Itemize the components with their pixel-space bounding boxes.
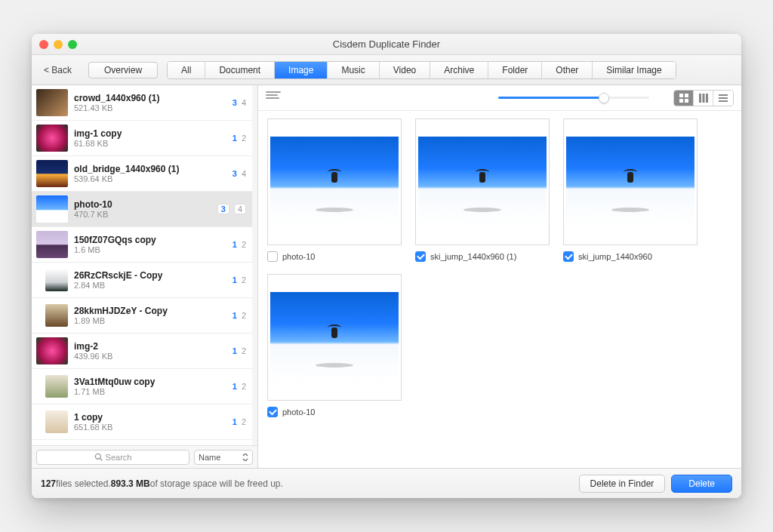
main-toolbar: < Back Overview AllDocumentImageMusicVid…: [32, 55, 741, 85]
tab-folder[interactable]: Folder: [488, 62, 542, 78]
chevron-updown-icon: [242, 454, 248, 461]
tab-image[interactable]: Image: [275, 62, 328, 78]
file-size: 651.68 KB: [74, 423, 233, 432]
gallery-card[interactable]: photo-10: [267, 274, 402, 417]
close-icon[interactable]: [39, 40, 48, 49]
gallery-scroll[interactable]: photo-10ski_jump_1440x960 (1)ski_jump_14…: [258, 111, 741, 468]
zoom-slider[interactable]: [498, 92, 649, 104]
tab-video[interactable]: Video: [380, 62, 430, 78]
list-item[interactable]: old_bridge_1440x960 (1)539.64 KB34: [32, 156, 252, 192]
file-size: 1.89 MB: [74, 316, 233, 325]
selected-count: 1: [233, 382, 237, 391]
sidebar: crowd_1440x960 (1)521.43 KB34img-1 copy6…: [32, 85, 258, 468]
thumbnail: [36, 195, 68, 223]
tab-other[interactable]: Other: [542, 62, 593, 78]
select-checkbox[interactable]: [267, 251, 278, 262]
file-size: 1.6 MB: [74, 245, 233, 254]
select-checkbox[interactable]: [415, 251, 426, 262]
scrollbar[interactable]: [252, 85, 257, 445]
gallery-card[interactable]: ski_jump_1440x960: [563, 118, 698, 262]
file-name: photo-10: [74, 199, 217, 210]
file-size: 61.68 KB: [74, 139, 233, 148]
dup-counts: 12: [233, 382, 246, 391]
file-name: 3Va1tMtq0uw copy: [74, 377, 233, 387]
svg-rect-5: [685, 99, 688, 103]
svg-rect-10: [719, 97, 728, 99]
svg-rect-3: [685, 94, 688, 97]
file-name: 1 copy: [74, 412, 233, 423]
file-meta: 28kkmHJDZeY - Copy1.89 MB: [74, 306, 233, 325]
sort-select[interactable]: Name: [194, 450, 253, 465]
svg-rect-9: [719, 94, 728, 96]
list-item[interactable]: crowd_1440x960 (1)521.43 KB34: [32, 85, 252, 121]
file-meta: 1 copy651.68 KB: [74, 412, 233, 432]
thumbnail: [45, 269, 68, 291]
list-item[interactable]: 26RzCRsckjE - Copy2.84 MB12: [32, 263, 252, 298]
selected-count: 1: [233, 417, 237, 426]
list-item[interactable]: photo-10470.7 KB34: [32, 192, 252, 227]
select-mode-icon[interactable]: [266, 91, 281, 105]
delete-button[interactable]: Delete: [671, 475, 732, 493]
svg-line-1: [100, 459, 102, 461]
minimize-icon[interactable]: [54, 40, 63, 49]
list-item[interactable]: img-1 copy61.68 KB12: [32, 121, 252, 156]
list-item[interactable]: 3Va1tMtq0uw copy1.71 MB12: [32, 369, 252, 404]
tab-all[interactable]: All: [168, 62, 205, 78]
tab-music[interactable]: Music: [328, 62, 379, 78]
total-count: 2: [242, 240, 246, 249]
file-meta: 3Va1tMtq0uw copy1.71 MB: [74, 377, 233, 396]
file-name: crowd_1440x960 (1): [74, 93, 233, 103]
list-item[interactable]: 150fZ07GQqs copy1.6 MB12: [32, 227, 252, 263]
tab-similar-image[interactable]: Similar Image: [593, 62, 675, 78]
status-size: 893.3 MB: [111, 478, 150, 489]
file-meta: 150fZ07GQqs copy1.6 MB: [74, 235, 233, 254]
svg-point-0: [95, 454, 100, 459]
svg-rect-8: [706, 94, 708, 103]
gallery-card[interactable]: ski_jump_1440x960 (1): [415, 118, 550, 262]
selected-count: 1: [233, 311, 237, 320]
total-count: 4: [242, 98, 246, 107]
overview-button[interactable]: Overview: [88, 62, 158, 78]
status-text-1: files selected.: [56, 478, 111, 489]
dup-counts: 34: [233, 98, 246, 107]
file-size: 1.71 MB: [74, 387, 233, 396]
window-title: Cisdem Duplicate Finder: [32, 38, 741, 50]
app-window: Cisdem Duplicate Finder < Back Overview …: [32, 34, 741, 498]
preview-image: [563, 118, 698, 245]
list-item[interactable]: 1 copy651.68 KB12: [32, 404, 252, 440]
selected-count: 1: [233, 346, 237, 355]
card-label: photo-10: [282, 252, 315, 261]
selected-count: 3: [217, 204, 229, 214]
dup-counts: 12: [233, 417, 246, 426]
preview-image: [415, 118, 550, 245]
window-controls: [32, 40, 77, 49]
file-name: img-1 copy: [74, 128, 233, 139]
file-size: 439.96 KB: [74, 352, 233, 361]
slider-knob[interactable]: [599, 93, 609, 103]
list-item[interactable]: img-2439.96 KB12: [32, 334, 252, 369]
card-label: photo-10: [282, 407, 315, 417]
select-checkbox[interactable]: [563, 251, 574, 262]
svg-rect-4: [679, 99, 683, 103]
view-list-button[interactable]: [713, 91, 733, 106]
thumbnail: [45, 304, 68, 327]
total-count: 2: [242, 346, 246, 355]
file-name: 26RzCRsckjE - Copy: [74, 270, 233, 281]
zoom-icon[interactable]: [68, 40, 77, 49]
tab-archive[interactable]: Archive: [430, 62, 488, 78]
tab-document[interactable]: Document: [205, 62, 275, 78]
view-grid-button[interactable]: [674, 91, 694, 106]
thumbnail: [45, 411, 68, 433]
search-placeholder: Search: [106, 453, 132, 462]
list-item[interactable]: 28kkmHJDZeY - Copy1.89 MB12: [32, 298, 252, 334]
back-button[interactable]: < Back: [38, 62, 78, 78]
search-input[interactable]: Search: [36, 450, 189, 465]
main-panel: photo-10ski_jump_1440x960 (1)ski_jump_14…: [258, 85, 741, 468]
view-mode-segment: [673, 90, 734, 106]
card-caption: ski_jump_1440x960: [563, 251, 698, 262]
delete-in-finder-button[interactable]: Delete in Finder: [579, 475, 666, 493]
sidebar-footer: Search Name: [32, 445, 257, 468]
gallery-card[interactable]: photo-10: [267, 118, 402, 262]
view-columns-button[interactable]: [694, 91, 713, 106]
select-checkbox[interactable]: [267, 407, 278, 417]
